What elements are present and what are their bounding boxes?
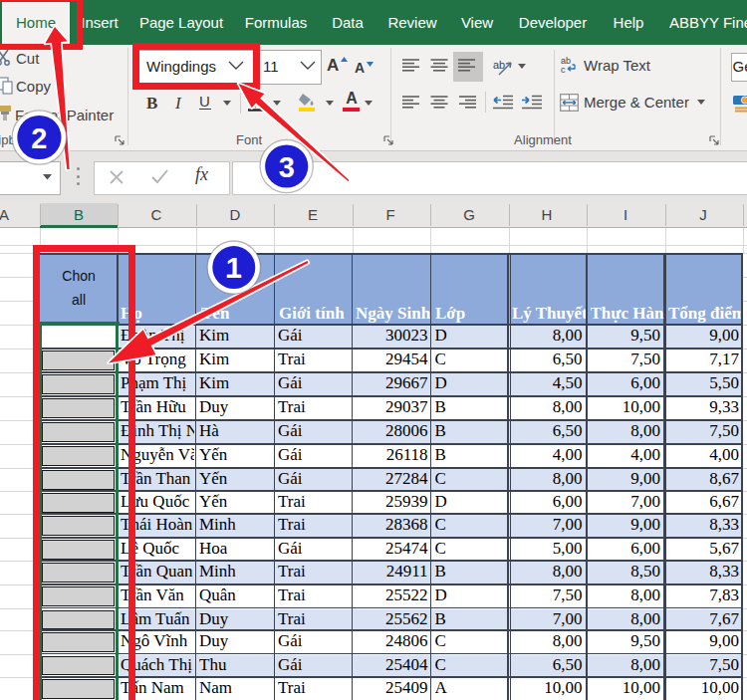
svg-text:2: 2 [31, 122, 47, 154]
svg-text:3: 3 [279, 151, 295, 183]
svg-text:1: 1 [226, 252, 242, 284]
